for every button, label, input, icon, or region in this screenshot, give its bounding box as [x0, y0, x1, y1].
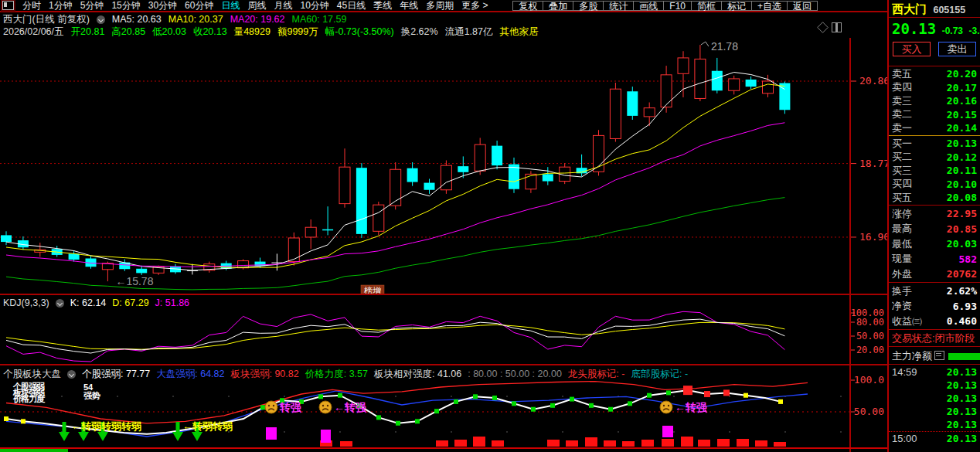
- title-row-item-1: MA5: 20.63: [112, 14, 162, 25]
- tick-list: 14:5920.1320.1320.1320.1320.1315:0020.13: [889, 365, 980, 445]
- stock-code: 605155: [933, 5, 965, 15]
- window-grid-icon[interactable]: [2, 1, 14, 10]
- str-header-item-3: 板块强弱: 90.82: [230, 369, 298, 379]
- bid-rows-row-2[interactable]: 买三20.11: [889, 164, 980, 178]
- stat2-rows-row-0[interactable]: 换手2.62%: [889, 284, 980, 299]
- info-row-item-3: 低20.03: [152, 26, 186, 37]
- tick-row-5: 15:0020.13: [889, 431, 980, 445]
- toolbar-button-4[interactable]: 画线: [633, 1, 663, 11]
- toolbar-button-2[interactable]: 多股: [573, 1, 603, 11]
- stat-rows-row-1[interactable]: 最高20.85: [889, 222, 980, 237]
- bid-rows-row-4[interactable]: 买五20.08: [889, 191, 980, 205]
- timeframe-0[interactable]: 分时: [22, 1, 41, 11]
- ask-rows-row-4[interactable]: 卖一20.14: [889, 121, 980, 135]
- chart-title-row: 西大门(日线 前复权)MA5: 20.63MA10: 20.37MA20: 19…: [3, 13, 353, 25]
- toolbar-button-0[interactable]: 复权: [512, 1, 543, 11]
- timeframe-13[interactable]: 多周期: [426, 1, 454, 11]
- bid-rows-row-3[interactable]: 买四20.10: [889, 178, 980, 192]
- ask-rows-row-3[interactable]: 卖二20.15: [889, 108, 980, 122]
- timeframe-10[interactable]: 45日线: [337, 1, 366, 11]
- strength-overlay-value-text: 54强势: [83, 383, 100, 400]
- title-row-item-4: MA60: 17.59: [292, 14, 347, 25]
- tick-row-2: 20.13: [889, 392, 980, 405]
- info-row-item-10: 其他家居: [499, 26, 538, 37]
- ask-rows-row-2[interactable]: 卖三20.16: [889, 94, 980, 108]
- ask-levels: 卖五20.20卖四20.17卖三20.16卖二20.15卖一20.14: [889, 67, 980, 135]
- stat2-rows-row-1[interactable]: 净资6.93: [889, 299, 980, 314]
- toolbar-button-9[interactable]: 返回: [787, 1, 818, 11]
- bottom-scrollbar[interactable]: [0, 449, 68, 452]
- svg-text:16.90: 16.90: [859, 231, 887, 243]
- timeframe-6[interactable]: 日线: [221, 1, 240, 11]
- timeframe-5[interactable]: 60分钟: [185, 1, 213, 11]
- str-header-item-7: 龙头股标记: -: [568, 369, 625, 379]
- main-candlestick-chart[interactable]: 20.8618.7716.9021.78←15.78榜增: [0, 38, 887, 295]
- toolbar-button-1[interactable]: 叠加: [543, 1, 573, 11]
- stat-rows-row-3[interactable]: 现量582: [889, 252, 980, 267]
- toolbar-button-8[interactable]: +自选: [751, 1, 787, 11]
- top-menu-bar: 分时1分钟5分钟15分钟30分钟60分钟日线周线月线10分钟45日线季线年线多周…: [0, 0, 887, 12]
- price-change: -0.73: [942, 25, 963, 36]
- kdj-header-item-1: K: 62.14: [70, 297, 107, 308]
- toolbar-button-3[interactable]: 统计: [603, 1, 633, 11]
- diamond-marker-icon[interactable]: [817, 22, 829, 33]
- timeframe-9[interactable]: 10分钟: [300, 1, 328, 11]
- split-pane-icon[interactable]: [832, 22, 842, 32]
- buy-button[interactable]: 买入: [893, 42, 931, 56]
- collapse-chevron-icon[interactable]: [56, 299, 64, 308]
- stat-rows-row-4[interactable]: 外盘20762: [889, 267, 980, 282]
- str-header-item-5: 板块相对强度: 41.06: [374, 369, 461, 379]
- collapse-chevron-icon[interactable]: [67, 370, 76, 379]
- weak-signal-label-1: ←转弱转弱: [182, 420, 233, 432]
- stat2-rows: 换手2.62%净资6.93收益㈢0.460: [889, 284, 980, 329]
- trading-terminal: 分时1分钟5分钟15分钟30分钟60分钟日线周线月线10分钟45日线季线年线多周…: [0, 0, 980, 452]
- svg-text:21.78: 21.78: [711, 40, 738, 53]
- weak-signal-label-0: ←转弱转弱转弱: [71, 420, 141, 432]
- sell-button[interactable]: 卖出: [938, 42, 976, 56]
- chart-info-row: 2026/02/06/五开20.81高20.85低20.03收20.13量489…: [3, 25, 545, 37]
- kdj-header-item-0: KDJ(9,3,3): [3, 297, 49, 308]
- stat-rows-row-0[interactable]: 涨停22.95: [889, 206, 980, 222]
- list-icon[interactable]: [934, 351, 944, 360]
- strength-overlay-garbled-text: 个股强弱板块强弱价格力度: [13, 383, 44, 402]
- title-row-item-0: 西大门(日线 前复权): [3, 14, 90, 25]
- svg-text:18.77: 18.77: [859, 158, 887, 169]
- timeframe-4[interactable]: 30分钟: [148, 1, 177, 11]
- stat2-rows-row-2[interactable]: 收益㈢0.460: [889, 314, 980, 329]
- info-row-item-1: 开20.81: [71, 26, 105, 37]
- stock-name[interactable]: 西大门: [892, 2, 927, 15]
- stat-rows-row-2[interactable]: 最低20.03: [889, 236, 980, 252]
- strength-header: 个股板块大盘个股强弱: 77.77大盘强弱: 64.82板块强弱: 90.82价…: [3, 368, 694, 379]
- collapse-chevron-icon[interactable]: [97, 15, 105, 24]
- tick-row-0: 14:5920.13: [889, 365, 980, 379]
- svg-text:转强: 转强: [279, 401, 302, 413]
- str-header-item-6: : 80.00 : 50.00 : 20.00: [468, 369, 562, 379]
- info-row-item-9: 流通1.87亿: [445, 26, 493, 37]
- bid-rows-row-0[interactable]: 买一20.13: [889, 137, 980, 151]
- timeframe-8[interactable]: 月线: [274, 1, 292, 11]
- timeframe-14[interactable]: 更多 >: [461, 1, 488, 11]
- timeframe-12[interactable]: 年线: [400, 1, 418, 11]
- kdj-header: KDJ(9,3,3)K: 62.14D: 67.29J: 51.86: [3, 297, 196, 308]
- toolbar-button-7[interactable]: 标记: [721, 1, 751, 11]
- ask-rows-row-1[interactable]: 卖四20.17: [889, 81, 980, 95]
- timeframe-1[interactable]: 1分钟: [49, 1, 73, 11]
- title-row-item-2: MA10: 20.37: [168, 14, 223, 25]
- svg-text:←15.78: ←15.78: [115, 275, 153, 287]
- main-force-label[interactable]: 主力净额: [892, 350, 932, 362]
- bid-rows-row-1[interactable]: 买二20.12: [889, 151, 980, 165]
- timeframe-11[interactable]: 季线: [373, 1, 392, 11]
- turn-strong-marker-2: ←转强: [660, 401, 708, 413]
- main-force-bar: [948, 353, 980, 360]
- ask-rows-row-0[interactable]: 卖五20.20: [889, 67, 980, 81]
- str-header-item-0: 个股板块大盘: [3, 369, 61, 379]
- kdj-header-item-2: D: 67.29: [112, 297, 148, 308]
- info-row-item-5: 量48929: [234, 26, 271, 37]
- svg-text:80.00: 80.00: [856, 317, 884, 328]
- timeframe-7[interactable]: 周线: [247, 1, 266, 11]
- timeframe-3[interactable]: 15分钟: [111, 1, 140, 11]
- toolbar-button-5[interactable]: F10: [663, 1, 691, 11]
- toolbar-button-6[interactable]: 简框: [691, 1, 721, 11]
- info-row-item-4: 收20.13: [193, 26, 227, 37]
- timeframe-2[interactable]: 5分钟: [80, 1, 104, 11]
